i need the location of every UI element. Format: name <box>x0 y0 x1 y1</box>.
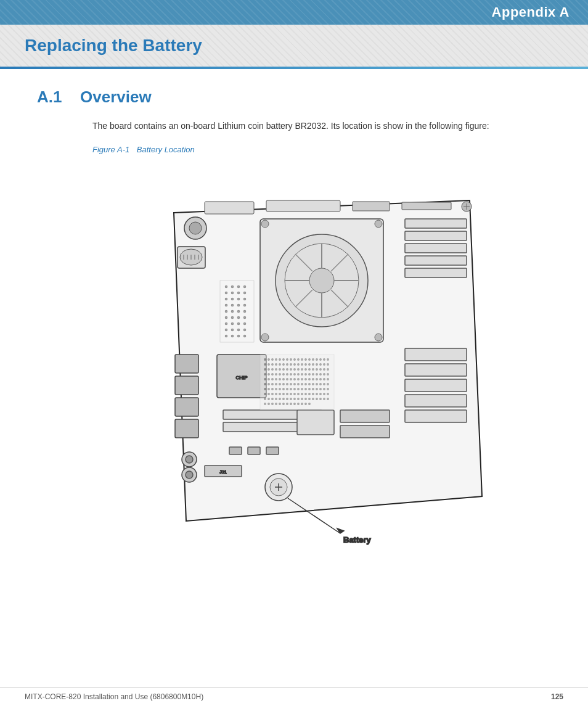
svg-rect-39 <box>175 355 198 373</box>
svg-point-198 <box>279 384 280 385</box>
svg-point-132 <box>301 364 303 365</box>
svg-point-153 <box>312 369 314 370</box>
svg-point-223 <box>305 388 306 390</box>
svg-point-258 <box>301 398 303 400</box>
svg-point-89 <box>238 317 240 319</box>
svg-point-185 <box>298 379 299 380</box>
svg-point-130 <box>294 364 295 365</box>
svg-point-235 <box>283 393 284 395</box>
svg-rect-22 <box>405 244 467 253</box>
svg-point-237 <box>290 393 292 395</box>
svg-point-261 <box>312 398 314 400</box>
svg-point-17 <box>375 220 382 228</box>
svg-rect-53 <box>340 425 390 438</box>
svg-point-274 <box>294 403 295 404</box>
svg-point-93 <box>238 323 240 325</box>
svg-point-87 <box>226 317 227 319</box>
svg-point-144 <box>279 369 280 370</box>
figure-caption: Figure A-1 Battery Location <box>92 145 551 154</box>
svg-point-263 <box>320 398 321 400</box>
svg-point-212 <box>264 388 266 390</box>
svg-text:Battery: Battery <box>343 535 372 544</box>
svg-point-272 <box>287 403 288 404</box>
svg-point-171 <box>312 374 314 375</box>
svg-point-186 <box>301 379 303 380</box>
svg-point-143 <box>276 369 277 370</box>
svg-point-111 <box>290 359 292 360</box>
svg-point-131 <box>298 364 299 365</box>
svg-rect-27 <box>405 379 467 392</box>
section-number: A.1 <box>37 88 68 107</box>
svg-point-31 <box>189 222 202 234</box>
svg-point-203 <box>298 384 299 385</box>
svg-point-155 <box>320 369 321 370</box>
svg-point-231 <box>268 393 269 395</box>
svg-point-98 <box>244 329 246 331</box>
svg-point-77 <box>238 298 240 300</box>
svg-point-181 <box>283 379 284 380</box>
svg-point-128 <box>287 364 288 365</box>
svg-point-210 <box>324 384 325 385</box>
svg-point-85 <box>238 311 240 313</box>
svg-point-189 <box>312 379 314 380</box>
svg-point-135 <box>312 364 314 365</box>
svg-marker-280 <box>337 528 344 533</box>
svg-point-46 <box>186 471 193 478</box>
svg-point-233 <box>276 393 277 395</box>
motherboard-svg: CHIP <box>125 163 507 583</box>
svg-point-226 <box>316 388 317 390</box>
svg-point-120 <box>324 359 325 360</box>
svg-point-190 <box>316 379 317 380</box>
svg-point-236 <box>287 393 288 395</box>
svg-point-175 <box>327 374 329 375</box>
svg-point-224 <box>309 388 310 390</box>
svg-point-184 <box>294 379 295 380</box>
svg-point-207 <box>312 384 314 385</box>
svg-point-271 <box>283 403 284 404</box>
body-text: The board contains an on-board Lithium c… <box>92 119 551 133</box>
svg-point-276 <box>301 403 303 404</box>
svg-point-79 <box>226 305 227 306</box>
svg-rect-52 <box>340 410 390 422</box>
svg-point-140 <box>264 369 266 370</box>
svg-point-114 <box>301 359 303 360</box>
svg-point-240 <box>301 393 303 395</box>
svg-point-113 <box>298 359 299 360</box>
svg-rect-1 <box>266 200 340 211</box>
figure-title: Battery Location <box>137 145 195 154</box>
svg-point-169 <box>305 374 306 375</box>
svg-point-161 <box>276 374 277 375</box>
svg-point-204 <box>301 384 303 385</box>
svg-point-178 <box>272 379 273 380</box>
svg-point-173 <box>320 374 321 375</box>
svg-point-94 <box>244 323 246 325</box>
svg-point-268 <box>272 403 273 404</box>
svg-point-67 <box>226 286 227 288</box>
svg-point-211 <box>327 384 329 385</box>
section-title: Overview <box>80 88 152 107</box>
svg-point-253 <box>283 398 284 400</box>
svg-rect-20 <box>405 219 467 228</box>
svg-point-73 <box>238 292 240 294</box>
svg-point-222 <box>301 388 303 390</box>
svg-point-101 <box>238 335 240 337</box>
svg-point-264 <box>324 398 325 400</box>
svg-point-273 <box>290 403 292 404</box>
svg-point-109 <box>283 359 284 360</box>
svg-point-266 <box>264 403 266 404</box>
svg-point-112 <box>294 359 295 360</box>
svg-point-262 <box>316 398 317 400</box>
svg-point-216 <box>279 388 280 390</box>
svg-point-195 <box>268 384 269 385</box>
motherboard-diagram: CHIP <box>125 163 507 583</box>
svg-point-208 <box>316 384 317 385</box>
svg-point-83 <box>226 311 227 313</box>
svg-point-88 <box>232 317 234 319</box>
svg-point-157 <box>327 369 329 370</box>
svg-point-278 <box>309 403 310 404</box>
svg-rect-103 <box>260 355 334 410</box>
svg-rect-56 <box>266 447 279 454</box>
svg-point-245 <box>320 393 321 395</box>
svg-point-183 <box>290 379 292 380</box>
svg-point-163 <box>283 374 284 375</box>
